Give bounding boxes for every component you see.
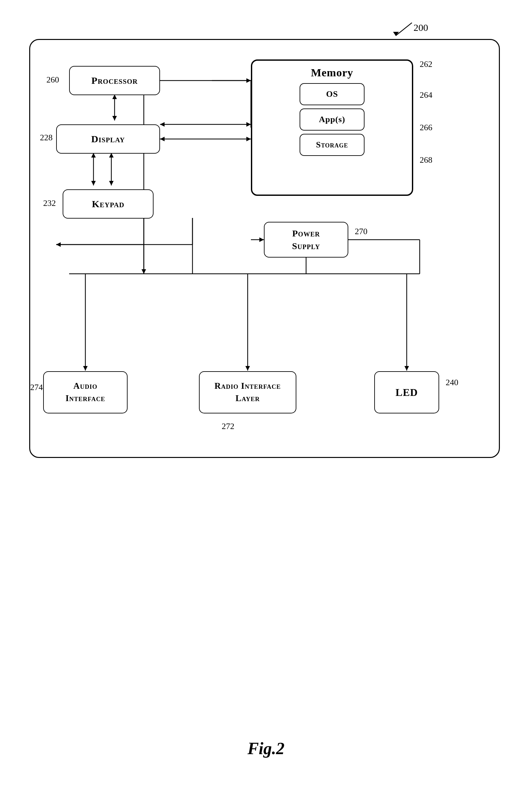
ref-262: 262	[420, 60, 432, 69]
svg-marker-7	[109, 181, 114, 185]
keypad-box: Keypad	[63, 189, 153, 218]
ref-232: 232	[43, 198, 56, 208]
apps-box: App(s)	[300, 109, 365, 131]
svg-marker-4	[112, 116, 117, 120]
led-box: LED	[374, 371, 439, 414]
power-supply-box: PowerSupply	[264, 222, 348, 258]
memory-label: Memory	[311, 67, 353, 79]
svg-line-0	[396, 23, 412, 36]
svg-marker-37	[404, 366, 409, 371]
storage-box: Storage	[300, 134, 365, 156]
outer-diagram-box: Processor 260 Display 228 Keypad 232 Mem…	[29, 39, 500, 458]
memory-box: Memory OS App(s) Storage	[251, 60, 413, 196]
svg-marker-28	[246, 122, 251, 127]
svg-marker-19	[91, 181, 96, 185]
keypad-label: Keypad	[92, 198, 124, 210]
radio-interface-layer-label: Radio InterfaceLayer	[215, 380, 281, 405]
svg-marker-20	[91, 153, 96, 158]
ref-270: 270	[355, 227, 367, 237]
audio-interface-box: AudioInterface	[43, 371, 128, 414]
svg-marker-35	[245, 366, 250, 371]
processor-label: Processor	[92, 75, 138, 86]
ref-264: 264	[420, 90, 432, 100]
svg-marker-6	[109, 153, 114, 158]
power-supply-label: PowerSupply	[292, 227, 320, 252]
radio-interface-layer-box: Radio InterfaceLayer	[199, 371, 296, 414]
storage-label: Storage	[316, 140, 348, 150]
svg-marker-25	[246, 78, 251, 83]
svg-marker-3	[112, 95, 117, 99]
os-label: OS	[326, 89, 338, 99]
ref-268: 268	[420, 155, 432, 165]
memory-sub-components: OS App(s) Storage	[300, 83, 365, 156]
svg-marker-27	[160, 122, 165, 127]
page: 200	[0, 0, 532, 810]
display-box: Display	[56, 124, 160, 153]
ref-228: 228	[40, 133, 53, 143]
svg-marker-15	[246, 137, 251, 141]
ref-240: 240	[446, 378, 458, 387]
ref-272: 272	[222, 422, 234, 431]
ref-266: 266	[420, 123, 432, 132]
svg-marker-14	[160, 137, 165, 141]
os-box: OS	[300, 83, 365, 105]
ref-274: 274	[30, 383, 43, 392]
display-label: Display	[91, 133, 125, 145]
ref-arrow-200	[393, 16, 444, 42]
figure-caption: Fig.2	[247, 739, 284, 758]
svg-marker-31	[259, 238, 264, 242]
led-label: LED	[396, 387, 418, 399]
ref-260: 260	[46, 75, 59, 85]
audio-interface-label: AudioInterface	[66, 380, 105, 405]
processor-box: Processor	[69, 66, 160, 95]
apps-label: App(s)	[319, 115, 345, 124]
svg-marker-33	[83, 366, 88, 371]
